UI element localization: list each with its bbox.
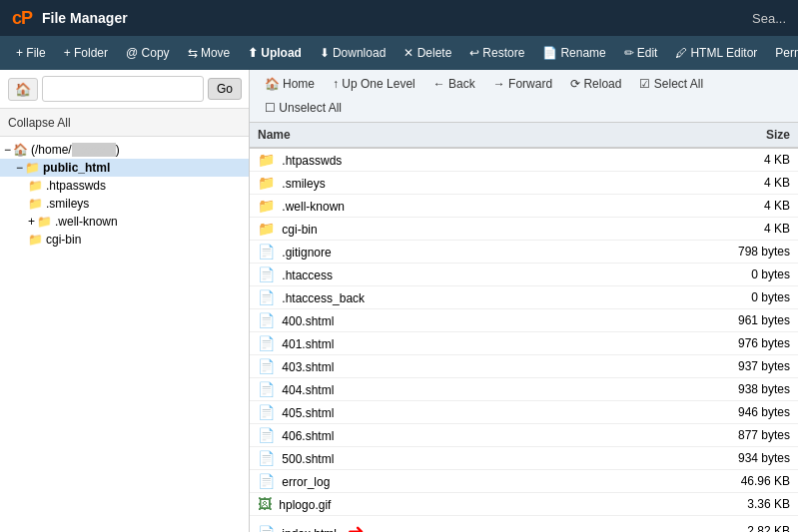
- file-icon: 📄: [258, 473, 275, 489]
- tree-item-well-known[interactable]: + 📁 .well-known: [0, 213, 249, 231]
- plus-icon: +: [28, 215, 35, 229]
- file-icon: 📄: [258, 244, 275, 260]
- table-row[interactable]: 📄 400.shtml 961 bytes: [250, 309, 798, 332]
- rename-icon: 📄: [542, 46, 557, 60]
- minus-icon: −: [16, 161, 23, 175]
- table-row[interactable]: 📄 403.shtml 937 bytes: [250, 355, 798, 378]
- file-size-cell: 934 bytes: [718, 447, 798, 470]
- table-row[interactable]: 📄 405.shtml 946 bytes: [250, 401, 798, 424]
- file-name: .smileys: [282, 177, 325, 191]
- tree-item-home[interactable]: − 🏠 (/home/xxxx): [0, 141, 249, 159]
- copy-button[interactable]: @ Copy: [118, 43, 178, 63]
- table-row[interactable]: 📄 406.shtml 877 bytes: [250, 424, 798, 447]
- file-name: .htpasswds: [282, 154, 342, 168]
- delete-button[interactable]: ✕ Delete: [396, 43, 459, 63]
- table-row[interactable]: 📄 500.shtml 934 bytes: [250, 447, 798, 470]
- image-icon: 🖼: [258, 496, 272, 512]
- table-row[interactable]: 📄 .gitignore 798 bytes: [250, 241, 798, 264]
- forward-button[interactable]: → Forward: [486, 74, 559, 94]
- home-folder-icon: 🏠: [13, 143, 28, 157]
- tree-item-htpasswds[interactable]: 📁 .htpasswds: [0, 177, 249, 195]
- table-row[interactable]: 📄 index.html ➜ 2.82 KB: [250, 516, 798, 533]
- file-name: 401.shtml: [282, 337, 334, 351]
- file-size-cell: 798 bytes: [718, 241, 798, 264]
- table-row[interactable]: 📄 404.shtml 938 bytes: [250, 378, 798, 401]
- upload-button[interactable]: ⬆ Upload: [240, 43, 310, 63]
- file-icon: 📄: [258, 266, 275, 282]
- table-row[interactable]: 📁 cgi-bin 4 KB: [250, 218, 798, 241]
- table-row[interactable]: 🖼 hplogo.gif 3.36 KB: [250, 493, 798, 516]
- tree-area: − 🏠 (/home/xxxx) − 📁 public_html 📁 .htpa…: [0, 137, 249, 532]
- table-row[interactable]: 📁 .smileys 4 KB: [250, 172, 798, 195]
- html-editor-icon: 🖊: [675, 46, 687, 60]
- table-row[interactable]: 📄 .htaccess 0 bytes: [250, 264, 798, 286]
- file-name-cell: 📄 index.html ➜: [250, 516, 718, 533]
- folder-icon: 📁: [28, 233, 43, 247]
- tree-label: .htpasswds: [46, 179, 106, 193]
- file-name: hplogo.gif: [279, 498, 331, 512]
- reload-button[interactable]: ⟳ Reload: [563, 74, 628, 94]
- folder-icon: 📁: [258, 221, 275, 237]
- download-button[interactable]: ⬇ Download: [312, 43, 394, 63]
- upload-icon: ⬆: [248, 46, 258, 60]
- edit-button[interactable]: ✏ Edit: [616, 43, 666, 63]
- file-icon: 📄: [258, 289, 275, 305]
- folder-button[interactable]: + Folder: [56, 43, 116, 63]
- table-row[interactable]: 📄 401.shtml 976 bytes: [250, 332, 798, 355]
- tree-label: public_html: [43, 161, 110, 175]
- html-editor-button[interactable]: 🖊 HTML Editor: [667, 43, 765, 63]
- tree-label: cgi-bin: [46, 233, 81, 247]
- file-size-cell: 4 KB: [718, 218, 798, 241]
- file-name-cell: 📄 404.shtml: [250, 378, 718, 401]
- html-file-icon: 📄: [258, 525, 275, 532]
- collapse-all-bar: Collapse All: [0, 109, 249, 137]
- tree-item-public-html[interactable]: − 📁 public_html: [0, 159, 249, 177]
- up-one-level-button[interactable]: ↑ Up One Level: [326, 74, 422, 94]
- app-title: File Manager: [42, 10, 752, 26]
- file-name-cell: 📄 error_log: [250, 470, 718, 493]
- shtml-file-icon: 📄: [258, 404, 275, 420]
- table-row[interactable]: 📄 .htaccess_back 0 bytes: [250, 286, 798, 309]
- collapse-all-button[interactable]: Collapse All: [8, 116, 71, 130]
- shtml-file-icon: 📄: [258, 358, 275, 374]
- file-toolbar: 🏠 Home ↑ Up One Level ← Back → Forward ⟳…: [250, 70, 798, 123]
- file-name-cell: 📁 .smileys: [250, 172, 718, 195]
- path-input[interactable]: [42, 76, 204, 102]
- home-nav-button[interactable]: 🏠: [8, 78, 38, 101]
- shtml-file-icon: 📄: [258, 450, 275, 466]
- file-size-cell: 937 bytes: [718, 355, 798, 378]
- unselect-all-button[interactable]: ☐ Unselect All: [258, 98, 349, 118]
- folder-icon: 📁: [28, 179, 43, 193]
- table-row[interactable]: 📄 error_log 46.96 KB: [250, 470, 798, 493]
- folder-icon: 📁: [25, 161, 40, 175]
- file-name: 404.shtml: [282, 383, 334, 397]
- name-column-header[interactable]: Name: [250, 123, 718, 148]
- tree-item-smileys[interactable]: 📁 .smileys: [0, 195, 249, 213]
- file-name-cell: 📁 cgi-bin: [250, 218, 718, 241]
- file-size-cell: 4 KB: [718, 195, 798, 218]
- file-name-cell: 📄 .htaccess_back: [250, 286, 718, 309]
- shtml-file-icon: 📄: [258, 335, 275, 351]
- select-all-button[interactable]: ☑ Select All: [632, 74, 710, 94]
- file-button[interactable]: + File: [8, 43, 54, 63]
- table-row[interactable]: 📁 .htpasswds 4 KB: [250, 148, 798, 172]
- size-column-header[interactable]: Size: [718, 123, 798, 148]
- arrow-indicator: ➜: [348, 520, 365, 532]
- restore-button[interactable]: ↩ Restore: [461, 43, 532, 63]
- home-icon: 🏠: [265, 77, 280, 91]
- file-size-cell: 938 bytes: [718, 378, 798, 401]
- rename-button[interactable]: 📄 Rename: [534, 43, 613, 63]
- file-name-cell: 📄 403.shtml: [250, 355, 718, 378]
- file-name: 403.shtml: [282, 360, 334, 374]
- folder-icon: 📁: [258, 152, 275, 168]
- file-size-cell: 0 bytes: [718, 286, 798, 309]
- tree-label: (/home/xxxx): [31, 143, 120, 157]
- table-row[interactable]: 📁 .well-known 4 KB: [250, 195, 798, 218]
- go-button[interactable]: Go: [208, 78, 242, 100]
- perms-button[interactable]: Perm: [767, 43, 798, 63]
- tree-item-cgi-bin[interactable]: 📁 cgi-bin: [0, 231, 249, 249]
- back-button[interactable]: ← Back: [426, 74, 482, 94]
- home-button[interactable]: 🏠 Home: [258, 74, 322, 94]
- search-label: Sea...: [752, 11, 786, 26]
- move-button[interactable]: ⇆ Move: [180, 43, 239, 63]
